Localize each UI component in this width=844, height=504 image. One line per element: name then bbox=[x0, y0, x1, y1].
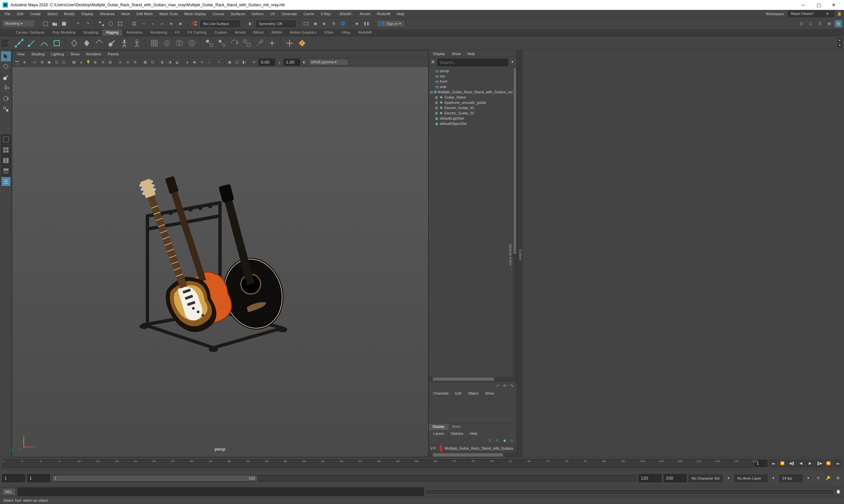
two-sided-icon[interactable]: ◐ bbox=[160, 59, 165, 65]
toggle-channelbox-icon[interactable]: ▦ bbox=[835, 20, 842, 28]
smooth-bind-icon[interactable] bbox=[68, 37, 80, 49]
render-frame-icon[interactable] bbox=[302, 20, 310, 28]
range-handle[interactable]: 1120 bbox=[52, 475, 257, 481]
menu-display[interactable]: Display bbox=[78, 10, 96, 17]
play-back-icon[interactable]: ◀ bbox=[796, 459, 805, 468]
render-region-icon[interactable]: ▣ bbox=[312, 20, 319, 28]
menu-mesh-tools[interactable]: Mesh Tools bbox=[156, 10, 181, 17]
search-input[interactable] bbox=[437, 59, 508, 66]
step-forward-icon[interactable]: ❚▶ bbox=[815, 459, 824, 468]
layer-menu-help[interactable]: Help bbox=[467, 431, 480, 435]
select-object-icon[interactable] bbox=[107, 20, 115, 28]
outliner-item-front[interactable]: 📹front bbox=[430, 79, 515, 84]
layer-new-icon[interactable]: ◇ bbox=[509, 437, 515, 443]
script-editor-icon[interactable]: 📋 bbox=[835, 488, 842, 496]
layer-vis-cell[interactable]: V bbox=[430, 445, 433, 452]
symmetry-icon[interactable]: ◧ bbox=[247, 20, 254, 28]
menu-deform[interactable]: Deform bbox=[248, 10, 267, 17]
tab-redshift[interactable]: Redshift bbox=[354, 30, 375, 36]
new-scene-icon[interactable] bbox=[42, 20, 49, 28]
step-back-icon[interactable]: ◀❚ bbox=[787, 459, 796, 468]
animlayer-dropdown-icon[interactable]: ▾ bbox=[770, 474, 777, 482]
tab-anim-layers[interactable]: Anim bbox=[449, 424, 465, 430]
xray-icon[interactable]: ⊘ bbox=[125, 59, 130, 65]
menu-cache[interactable]: Cache bbox=[300, 10, 317, 17]
culling-icon[interactable]: ◑ bbox=[167, 59, 173, 65]
camera-icon[interactable]: 📷 bbox=[14, 59, 20, 65]
outliner-item-side[interactable]: 📹side bbox=[430, 84, 515, 89]
magnet-icon[interactable]: 🧲 bbox=[191, 20, 198, 28]
outliner-item-light-set[interactable]: ◉defaultLightSet bbox=[430, 116, 515, 121]
bookmark-icon[interactable]: ◈ bbox=[21, 59, 28, 65]
tab-fx[interactable]: FX bbox=[171, 30, 184, 36]
aim-constraint-icon[interactable] bbox=[253, 37, 265, 49]
motion-blur-icon[interactable]: ◉ bbox=[192, 59, 197, 65]
outliner-item-electric-01[interactable]: ⊞✱Electric_Guitar_01 bbox=[430, 105, 515, 110]
viewport[interactable]: persp yxz bbox=[12, 67, 428, 457]
layer-name[interactable]: Multiple_Guitar_Rack_Stand_with_Guitars bbox=[443, 446, 515, 450]
menu-modify[interactable]: Modify bbox=[61, 10, 78, 17]
symmetry-field[interactable]: Symmetry: Off bbox=[256, 20, 296, 27]
workspace-dropdown[interactable]: Maya Classic* ▾ bbox=[788, 11, 834, 17]
wireframe-icon[interactable]: ▦ bbox=[71, 59, 77, 65]
snap-point-icon[interactable]: • bbox=[149, 20, 156, 28]
gamma-input[interactable] bbox=[284, 59, 300, 66]
shelf-toggle[interactable] bbox=[1, 36, 10, 50]
panel-menu-view[interactable]: View bbox=[14, 52, 28, 56]
cb-manip-icon[interactable]: ↗ bbox=[495, 383, 500, 388]
exposure-icon[interactable]: ☀ bbox=[251, 59, 257, 65]
panel-menu-panels[interactable]: Panels bbox=[105, 52, 122, 56]
blendshape-icon[interactable] bbox=[174, 37, 186, 49]
range-track[interactable]: 1120 bbox=[52, 475, 636, 482]
menu-create[interactable]: Create bbox=[27, 10, 44, 17]
range-start-full-input[interactable] bbox=[2, 474, 25, 482]
field-chart-icon[interactable]: ⊡ bbox=[53, 59, 59, 65]
four-view-icon[interactable] bbox=[1, 145, 11, 155]
menu-mesh[interactable]: Mesh bbox=[118, 10, 133, 17]
scale-tool[interactable] bbox=[1, 104, 11, 114]
cb-manip2-icon[interactable]: ⟳ bbox=[502, 383, 508, 388]
dof-icon[interactable]: ○ bbox=[206, 59, 212, 65]
select-component-icon[interactable] bbox=[117, 20, 124, 28]
backface-icon[interactable]: ◒ bbox=[174, 59, 180, 65]
quick-rig-icon[interactable] bbox=[131, 37, 143, 49]
toggle-humanik-icon[interactable]: ⬡ bbox=[807, 20, 814, 28]
sidetab-outliner[interactable]: Outliner bbox=[518, 247, 523, 263]
loop-icon[interactable]: ↻ bbox=[814, 474, 822, 482]
tab-motion-graphics[interactable]: Motion Graphics bbox=[286, 30, 320, 36]
outliner-tree[interactable]: 📹persp 📹top 📹front 📹side ⊟✱Multiple_Guit… bbox=[429, 68, 517, 377]
outliner-menu-help[interactable]: Help bbox=[465, 52, 478, 56]
outliner-item-epiphone[interactable]: ⊞✱Epiphone_acoustic_guitar bbox=[430, 100, 515, 105]
expand-icon[interactable]: ⊞ bbox=[435, 101, 438, 105]
close-button[interactable]: ✕ bbox=[826, 0, 841, 10]
display-layer-row[interactable]: V P Multiple_Guitar_Rack_Stand_with_Guit… bbox=[430, 445, 515, 452]
layer-menu-options[interactable]: Options bbox=[448, 431, 466, 435]
viewport-ipr-icon[interactable]: ◫ bbox=[234, 59, 240, 65]
fk-ik-icon[interactable] bbox=[51, 37, 63, 49]
outliner-menu-show[interactable]: Show bbox=[449, 52, 464, 56]
lattice-icon[interactable] bbox=[148, 37, 160, 49]
colorspace-icon[interactable]: ◐ bbox=[301, 59, 307, 65]
layer-move-up-icon[interactable]: ⇧ bbox=[487, 437, 493, 443]
smooth-shade-icon[interactable]: ● bbox=[78, 59, 84, 65]
menu-mesh-display[interactable]: Mesh Display bbox=[181, 10, 209, 17]
range-end-full-input[interactable] bbox=[664, 474, 687, 482]
image-plane-icon[interactable]: ⊡ bbox=[150, 59, 155, 65]
snap-surface-icon[interactable]: ◈ bbox=[168, 20, 175, 28]
menu-3dtoall[interactable]: - 3DtoAll - bbox=[334, 10, 356, 17]
snap-view-icon[interactable]: ◉ bbox=[177, 20, 184, 28]
range-start-input[interactable] bbox=[27, 474, 50, 482]
outliner-item-root[interactable]: ⊟✱Multiple_Guitar_Rack_Stand_with_Guitar… bbox=[430, 89, 515, 95]
save-scene-icon[interactable] bbox=[60, 20, 68, 28]
menu-surfaces[interactable]: Surfaces bbox=[228, 10, 248, 17]
two-view-h-icon[interactable] bbox=[1, 156, 11, 165]
pause-icon[interactable]: ❚❚ bbox=[363, 20, 370, 28]
select-hierarchy-icon[interactable] bbox=[98, 20, 105, 28]
search-options-icon[interactable]: ⊞ bbox=[430, 59, 436, 65]
joint-tool-icon[interactable] bbox=[13, 37, 25, 49]
outliner-item-guitar-stand[interactable]: ⊞✱Guitar_Stand bbox=[430, 95, 515, 100]
panel-menu-renderer[interactable]: Renderer bbox=[84, 52, 104, 56]
ik-spline-icon[interactable] bbox=[38, 37, 50, 49]
cb-menu-show[interactable]: Show bbox=[482, 391, 497, 395]
shelf-scroll-down-icon[interactable]: ▼ bbox=[838, 43, 842, 48]
